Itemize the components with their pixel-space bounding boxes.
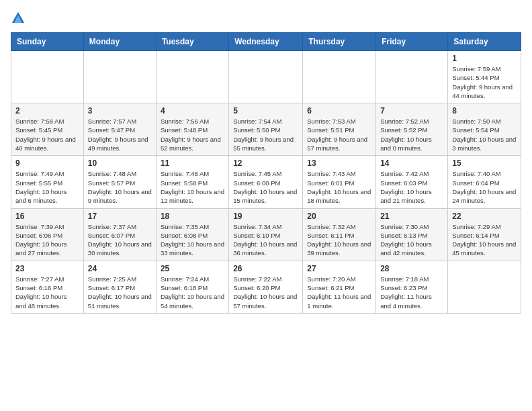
day-number: 13	[307, 158, 371, 168]
day-info: Sunrise: 7:25 AMSunset: 6:17 PMDaylight:…	[88, 275, 152, 310]
day-number: 28	[380, 264, 443, 273]
day-info: Sunrise: 7:34 AMSunset: 6:10 PMDaylight:…	[233, 223, 297, 257]
weekday-header-thursday: Thursday	[303, 33, 376, 51]
day-info: Sunrise: 7:24 AMSunset: 6:18 PMDaylight:…	[161, 275, 224, 310]
day-info: Sunrise: 7:20 AMSunset: 6:21 PMDaylight:…	[307, 275, 371, 310]
day-info: Sunrise: 7:43 AMSunset: 6:01 PMDaylight:…	[307, 170, 371, 204]
day-number: 25	[161, 264, 224, 273]
day-info: Sunrise: 7:50 AMSunset: 5:54 PMDaylight:…	[452, 118, 516, 152]
calendar-week-row: 23 Sunrise: 7:27 AMSunset: 6:16 PMDaylig…	[11, 261, 521, 313]
day-number: 12	[233, 158, 298, 168]
calendar-cell	[11, 51, 84, 103]
day-number: 5	[233, 106, 298, 116]
day-number: 4	[161, 106, 224, 116]
day-info: Sunrise: 7:54 AMSunset: 5:50 PMDaylight:…	[233, 118, 294, 152]
day-info: Sunrise: 7:37 AMSunset: 6:07 PMDaylight:…	[88, 223, 152, 257]
day-number: 3	[88, 106, 152, 116]
calendar-cell	[376, 51, 448, 103]
calendar-cell: 17 Sunrise: 7:37 AMSunset: 6:07 PMDaylig…	[83, 208, 156, 261]
logo	[11, 11, 28, 26]
day-info: Sunrise: 7:18 AMSunset: 6:23 PMDaylight:…	[380, 275, 432, 310]
day-info: Sunrise: 7:49 AMSunset: 5:55 PMDaylight:…	[15, 170, 67, 204]
day-number: 27	[307, 264, 371, 273]
day-info: Sunrise: 7:29 AMSunset: 6:14 PMDaylight:…	[452, 223, 516, 257]
day-number: 8	[452, 106, 517, 116]
calendar-cell: 24 Sunrise: 7:25 AMSunset: 6:17 PMDaylig…	[83, 261, 156, 313]
day-info: Sunrise: 7:56 AMSunset: 5:48 PMDaylight:…	[161, 118, 221, 152]
calendar-cell: 2 Sunrise: 7:58 AMSunset: 5:45 PMDayligh…	[11, 103, 84, 156]
day-info: Sunrise: 7:40 AMSunset: 6:04 PMDaylight:…	[452, 170, 516, 204]
day-number: 10	[88, 158, 152, 168]
day-number: 22	[452, 212, 517, 221]
weekday-header-tuesday: Tuesday	[156, 33, 228, 51]
calendar-cell: 22 Sunrise: 7:29 AMSunset: 6:14 PMDaylig…	[448, 208, 521, 261]
day-number: 14	[380, 158, 443, 168]
calendar-table: SundayMondayTuesdayWednesdayThursdayFrid…	[11, 32, 521, 314]
day-number: 15	[452, 158, 517, 168]
calendar-cell: 20 Sunrise: 7:32 AMSunset: 6:11 PMDaylig…	[303, 208, 376, 261]
calendar-cell: 14 Sunrise: 7:42 AMSunset: 6:03 PMDaylig…	[376, 156, 448, 208]
day-info: Sunrise: 7:46 AMSunset: 5:58 PMDaylight:…	[161, 170, 224, 204]
calendar-cell: 18 Sunrise: 7:35 AMSunset: 6:08 PMDaylig…	[156, 208, 228, 261]
day-info: Sunrise: 7:32 AMSunset: 6:11 PMDaylight:…	[307, 223, 371, 257]
calendar-cell	[303, 51, 376, 103]
day-number: 19	[233, 212, 298, 221]
day-info: Sunrise: 7:57 AMSunset: 5:47 PMDaylight:…	[88, 118, 148, 152]
weekday-header-row: SundayMondayTuesdayWednesdayThursdayFrid…	[11, 33, 521, 51]
weekday-header-sunday: Sunday	[11, 33, 84, 51]
day-number: 6	[307, 106, 371, 116]
calendar-cell: 27 Sunrise: 7:20 AMSunset: 6:21 PMDaylig…	[303, 261, 376, 313]
calendar-cell: 7 Sunrise: 7:52 AMSunset: 5:52 PMDayligh…	[376, 103, 448, 156]
day-info: Sunrise: 7:27 AMSunset: 6:16 PMDaylight:…	[15, 275, 67, 310]
day-info: Sunrise: 7:45 AMSunset: 6:00 PMDaylight:…	[233, 170, 297, 204]
calendar-cell: 26 Sunrise: 7:22 AMSunset: 6:20 PMDaylig…	[229, 261, 303, 313]
calendar-cell: 15 Sunrise: 7:40 AMSunset: 6:04 PMDaylig…	[448, 156, 521, 208]
day-info: Sunrise: 7:30 AMSunset: 6:13 PMDaylight:…	[380, 223, 432, 257]
day-number: 2	[15, 106, 79, 116]
weekday-header-monday: Monday	[83, 33, 156, 51]
day-number: 23	[15, 264, 79, 273]
day-number: 24	[88, 264, 152, 273]
day-info: Sunrise: 7:48 AMSunset: 5:57 PMDaylight:…	[88, 170, 152, 204]
calendar-week-row: 2 Sunrise: 7:58 AMSunset: 5:45 PMDayligh…	[11, 103, 521, 156]
calendar-cell	[156, 51, 228, 103]
weekday-header-saturday: Saturday	[448, 33, 521, 51]
calendar-week-row: 16 Sunrise: 7:39 AMSunset: 6:06 PMDaylig…	[11, 208, 521, 261]
calendar-cell: 10 Sunrise: 7:48 AMSunset: 5:57 PMDaylig…	[83, 156, 156, 208]
day-number: 21	[380, 212, 443, 221]
weekday-header-friday: Friday	[376, 33, 448, 51]
day-number: 20	[307, 212, 371, 221]
calendar-cell: 6 Sunrise: 7:53 AMSunset: 5:51 PMDayligh…	[303, 103, 376, 156]
day-info: Sunrise: 7:58 AMSunset: 5:45 PMDaylight:…	[15, 118, 76, 152]
calendar-cell: 13 Sunrise: 7:43 AMSunset: 6:01 PMDaylig…	[303, 156, 376, 208]
calendar-cell: 11 Sunrise: 7:46 AMSunset: 5:58 PMDaylig…	[156, 156, 228, 208]
day-number: 7	[380, 106, 443, 116]
calendar-week-row: 1 Sunrise: 7:59 AMSunset: 5:44 PMDayligh…	[11, 51, 521, 103]
calendar-cell: 4 Sunrise: 7:56 AMSunset: 5:48 PMDayligh…	[156, 103, 228, 156]
calendar-cell: 28 Sunrise: 7:18 AMSunset: 6:23 PMDaylig…	[376, 261, 448, 313]
day-info: Sunrise: 7:39 AMSunset: 6:06 PMDaylight:…	[15, 223, 67, 257]
weekday-header-wednesday: Wednesday	[229, 33, 303, 51]
calendar-cell: 8 Sunrise: 7:50 AMSunset: 5:54 PMDayligh…	[448, 103, 521, 156]
calendar-cell: 3 Sunrise: 7:57 AMSunset: 5:47 PMDayligh…	[83, 103, 156, 156]
day-number: 26	[233, 264, 298, 273]
day-info: Sunrise: 7:22 AMSunset: 6:20 PMDaylight:…	[233, 275, 297, 310]
day-number: 17	[88, 212, 152, 221]
calendar-cell	[229, 51, 303, 103]
day-number: 1	[452, 54, 517, 63]
day-info: Sunrise: 7:35 AMSunset: 6:08 PMDaylight:…	[161, 223, 224, 257]
day-number: 16	[15, 212, 79, 221]
day-info: Sunrise: 7:52 AMSunset: 5:52 PMDaylight:…	[380, 118, 432, 152]
calendar-cell: 9 Sunrise: 7:49 AMSunset: 5:55 PMDayligh…	[11, 156, 84, 208]
calendar-cell: 23 Sunrise: 7:27 AMSunset: 6:16 PMDaylig…	[11, 261, 84, 313]
logo-icon	[11, 11, 26, 26]
calendar-cell: 12 Sunrise: 7:45 AMSunset: 6:00 PMDaylig…	[229, 156, 303, 208]
calendar-cell: 1 Sunrise: 7:59 AMSunset: 5:44 PMDayligh…	[448, 51, 521, 103]
calendar-cell: 25 Sunrise: 7:24 AMSunset: 6:18 PMDaylig…	[156, 261, 228, 313]
day-number: 18	[161, 212, 224, 221]
calendar-cell: 5 Sunrise: 7:54 AMSunset: 5:50 PMDayligh…	[229, 103, 303, 156]
day-number: 11	[161, 158, 224, 168]
calendar-cell: 16 Sunrise: 7:39 AMSunset: 6:06 PMDaylig…	[11, 208, 84, 261]
day-info: Sunrise: 7:42 AMSunset: 6:03 PMDaylight:…	[380, 170, 432, 204]
page-header	[11, 11, 521, 26]
